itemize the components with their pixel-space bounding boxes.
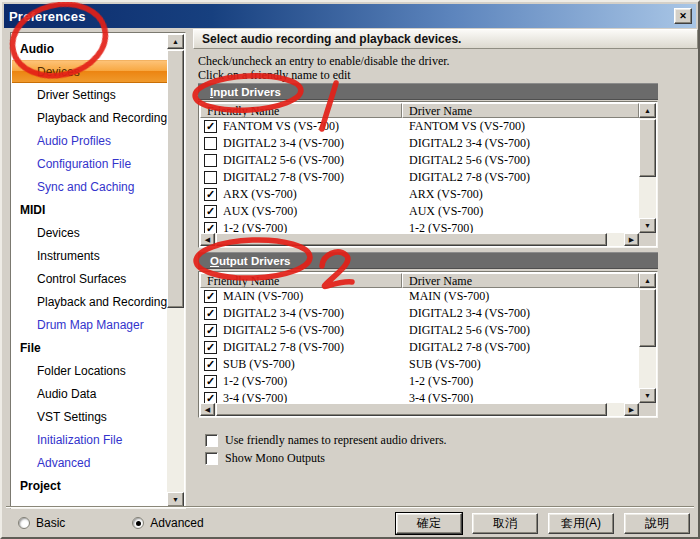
column-friendly-name[interactable]: Friendly Name xyxy=(200,273,402,288)
scroll-up-icon[interactable]: ▲ xyxy=(639,273,656,288)
close-button[interactable]: ✕ xyxy=(674,8,692,24)
friendly-name[interactable]: DIGITAL2 5-6 (VS-700) xyxy=(223,323,402,338)
dialog-button[interactable]: 套用(A) xyxy=(548,513,614,534)
radio-icon[interactable] xyxy=(18,517,30,529)
sidebar-item[interactable]: Playback and Recording xyxy=(12,106,167,129)
scroll-up-icon[interactable]: ▲ xyxy=(639,103,656,118)
sidebar-item[interactable]: Audio xyxy=(12,37,167,60)
friendly-name[interactable]: 3-4 (VS-700) xyxy=(223,391,402,403)
sidebar-item[interactable]: Devices xyxy=(12,221,167,244)
sidebar-item[interactable]: Drum Map Manager xyxy=(12,313,167,336)
driver-checkbox[interactable] xyxy=(204,341,217,354)
friendly-name[interactable]: DIGITAL2 7-8 (VS-700) xyxy=(223,170,402,185)
sidebar-item[interactable]: Project xyxy=(12,474,167,497)
show-mono-outputs-checkbox[interactable] xyxy=(205,452,218,465)
driver-checkbox[interactable] xyxy=(204,375,217,388)
driver-checkbox[interactable] xyxy=(204,120,217,133)
friendly-name[interactable]: AUX (VS-700) xyxy=(223,204,402,219)
driver-row[interactable]: DIGITAL2 5-6 (VS-700) DIGITAL2 5-6 (VS-7… xyxy=(200,152,639,169)
scroll-left-icon[interactable]: ◀ xyxy=(200,403,215,416)
sidebar-item[interactable]: Initialization File xyxy=(12,428,167,451)
driver-checkbox[interactable] xyxy=(204,171,217,184)
scroll-right-icon[interactable]: ▶ xyxy=(624,403,639,416)
friendly-name[interactable]: FANTOM VS (VS-700) xyxy=(223,119,402,134)
driver-row[interactable]: DIGITAL2 7-8 (VS-700) DIGITAL2 7-8 (VS-7… xyxy=(200,339,639,356)
driver-checkbox[interactable] xyxy=(204,358,217,371)
scroll-right-icon[interactable]: ▶ xyxy=(624,233,639,246)
driver-row[interactable]: SUB (VS-700) SUB (VS-700) xyxy=(200,356,639,373)
sidebar-item[interactable]: Advanced xyxy=(12,451,167,474)
driver-row[interactable]: ARX (VS-700) ARX (VS-700) xyxy=(200,186,639,203)
sidebar-item[interactable]: VST Settings xyxy=(12,405,167,428)
sidebar-item[interactable]: File xyxy=(12,336,167,359)
column-driver-name[interactable]: Driver Name xyxy=(402,273,639,288)
driver-row[interactable]: AUX (VS-700) AUX (VS-700) xyxy=(200,203,639,220)
sidebar-item[interactable]: Control Surfaces xyxy=(12,267,167,290)
driver-checkbox[interactable] xyxy=(204,392,217,403)
mode-radio[interactable]: Advanced xyxy=(132,516,203,530)
column-friendly-name[interactable]: Friendly Name xyxy=(200,103,402,118)
friendly-name[interactable]: SUB (VS-700) xyxy=(223,357,402,372)
driver-row[interactable]: 1-2 (VS-700) 1-2 (VS-700) xyxy=(200,373,639,390)
friendly-name[interactable]: 1-2 (VS-700) xyxy=(223,221,402,233)
sidebar-item[interactable]: Audio Profiles xyxy=(12,129,167,152)
driver-checkbox[interactable] xyxy=(204,137,217,150)
driver-checkbox[interactable] xyxy=(204,205,217,218)
input-vertical-scrollbar[interactable]: ▲ ▼ xyxy=(639,103,656,233)
sidebar-item[interactable]: Playback and Recording xyxy=(12,290,167,313)
sidebar-item[interactable]: Devices xyxy=(12,60,167,83)
use-friendly-names-checkbox[interactable] xyxy=(205,434,218,447)
sidebar-item[interactable]: Folder Locations xyxy=(12,359,167,382)
output-horizontal-scrollbar[interactable]: ◀ ▶ xyxy=(200,403,639,416)
driver-checkbox[interactable] xyxy=(204,307,217,320)
friendly-name[interactable]: 1-2 (VS-700) xyxy=(223,374,402,389)
input-horizontal-scrollbar[interactable]: ◀ ▶ xyxy=(200,233,639,246)
driver-checkbox[interactable] xyxy=(204,154,217,167)
mode-radio[interactable]: Basic xyxy=(18,516,65,530)
scrollbar-thumb[interactable] xyxy=(167,50,184,308)
driver-row[interactable]: 3-4 (VS-700) 3-4 (VS-700) xyxy=(200,390,639,403)
column-driver-name[interactable]: Driver Name xyxy=(402,103,639,118)
scrollbar-thumb[interactable] xyxy=(216,233,607,246)
dialog-button[interactable]: 取消 xyxy=(472,513,538,534)
friendly-name[interactable]: MAIN (VS-700) xyxy=(223,289,402,304)
friendly-name[interactable]: ARX (VS-700) xyxy=(223,187,402,202)
driver-row[interactable]: DIGITAL2 3-4 (VS-700) DIGITAL2 3-4 (VS-7… xyxy=(200,305,639,322)
friendly-name[interactable]: DIGITAL2 7-8 (VS-700) xyxy=(223,340,402,355)
sidebar-item[interactable]: Audio Data xyxy=(12,382,167,405)
friendly-name[interactable]: DIGITAL2 3-4 (VS-700) xyxy=(223,306,402,321)
driver-row[interactable]: 1-2 (VS-700) 1-2 (VS-700) xyxy=(200,220,639,233)
scroll-left-icon[interactable]: ◀ xyxy=(200,233,215,246)
output-vertical-scrollbar[interactable]: ▲ ▼ xyxy=(639,273,656,403)
sidebar-item[interactable]: Instruments xyxy=(12,244,167,267)
driver-row[interactable]: DIGITAL2 5-6 (VS-700) DIGITAL2 5-6 (VS-7… xyxy=(200,322,639,339)
scroll-down-icon[interactable]: ▼ xyxy=(639,388,656,403)
driver-checkbox[interactable] xyxy=(204,222,217,233)
sidebar-item[interactable]: MIDI xyxy=(12,198,167,221)
option-use-friendly-names[interactable]: Use friendly names to represent audio dr… xyxy=(205,433,447,448)
driver-row[interactable]: DIGITAL2 3-4 (VS-700) DIGITAL2 3-4 (VS-7… xyxy=(200,135,639,152)
scrollbar-thumb[interactable] xyxy=(216,403,607,416)
friendly-name[interactable]: DIGITAL2 5-6 (VS-700) xyxy=(223,153,402,168)
scroll-down-icon[interactable]: ▼ xyxy=(167,492,184,507)
driver-row[interactable]: DIGITAL2 7-8 (VS-700) DIGITAL2 7-8 (VS-7… xyxy=(200,169,639,186)
radio-icon[interactable] xyxy=(132,517,144,529)
sidebar-item[interactable]: Sync and Caching xyxy=(12,175,167,198)
dialog-button[interactable]: 說明 xyxy=(624,513,690,534)
friendly-name[interactable]: DIGITAL2 3-4 (VS-700) xyxy=(223,136,402,151)
driver-row[interactable]: FANTOM VS (VS-700) FANTOM VS (VS-700) xyxy=(200,118,639,135)
sidebar-item[interactable]: Driver Settings xyxy=(12,83,167,106)
scrollbar-thumb[interactable] xyxy=(639,119,656,177)
option-show-mono-outputs[interactable]: Show Mono Outputs xyxy=(205,451,325,466)
scroll-down-icon[interactable]: ▼ xyxy=(639,218,656,233)
driver-row[interactable]: MAIN (VS-700) MAIN (VS-700) xyxy=(200,288,639,305)
titlebar[interactable]: Preferences ✕ xyxy=(4,4,696,28)
sidebar-scrollbar[interactable]: ▲ ▼ xyxy=(167,34,184,507)
dialog-button[interactable]: 確定 xyxy=(396,513,462,534)
driver-checkbox[interactable] xyxy=(204,324,217,337)
sidebar-item[interactable]: Configuration File xyxy=(12,152,167,175)
scrollbar-thumb[interactable] xyxy=(639,289,656,347)
scroll-up-icon[interactable]: ▲ xyxy=(167,34,184,49)
driver-checkbox[interactable] xyxy=(204,188,217,201)
driver-checkbox[interactable] xyxy=(204,290,217,303)
